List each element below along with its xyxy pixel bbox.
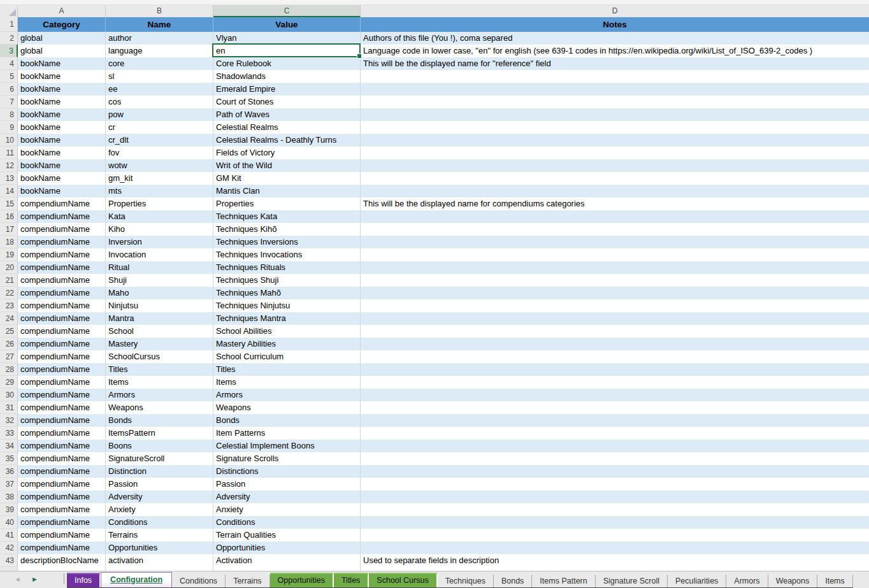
cell-B25[interactable]: School (106, 325, 213, 338)
row-header-7[interactable]: 7 (0, 96, 18, 108)
sheet-tab-signature-scroll[interactable]: Signature Scroll (596, 575, 668, 587)
cell-B7[interactable]: cos (106, 96, 213, 108)
tab-scroll-left-icon[interactable]: ◄ (14, 576, 21, 583)
cell-B31[interactable]: Weapons (106, 401, 213, 414)
sheet-tab-armors[interactable]: Armors (726, 575, 768, 587)
cell-D30[interactable] (361, 389, 869, 401)
header-cell-category[interactable]: Category (18, 17, 106, 32)
cell-B4[interactable]: core (106, 57, 213, 70)
cell-C10[interactable]: Celestial Realms - Deathly Turns (213, 134, 361, 147)
cell-D39[interactable] (361, 503, 869, 516)
cell-B17[interactable]: Kiho (106, 223, 213, 236)
cell-A22[interactable]: compendiumName (18, 287, 106, 299)
row-header-4[interactable]: 4 (0, 57, 18, 70)
cell-D37[interactable] (361, 478, 869, 491)
cell-A10[interactable]: bookName (18, 134, 106, 147)
cell-C2[interactable]: Vlyan (213, 32, 361, 45)
cell-A15[interactable]: compendiumName (18, 197, 106, 210)
row-header-41[interactable]: 41 (0, 529, 18, 541)
cell-D6[interactable] (361, 83, 869, 96)
cell-A40[interactable]: compendiumName (18, 516, 106, 529)
cell-B10[interactable]: cr_dlt (106, 134, 213, 147)
row-header-31[interactable]: 31 (0, 401, 18, 414)
cell-B11[interactable]: fov (106, 147, 213, 159)
cell-A6[interactable]: bookName (18, 83, 106, 96)
cell-B20[interactable]: Ritual (106, 261, 213, 274)
row-header-1[interactable]: 1 (0, 17, 18, 32)
row-header-37[interactable]: 37 (0, 478, 18, 491)
cell-C28[interactable]: Titles (213, 363, 361, 376)
cell-D41[interactable] (361, 529, 869, 541)
cell-D26[interactable] (361, 338, 869, 350)
cell-A2[interactable]: global (18, 32, 106, 45)
cell-D43[interactable]: Used to separate fields in description (361, 554, 869, 567)
cell-A38[interactable]: compendiumName (18, 491, 106, 503)
row-header-19[interactable]: 19 (0, 248, 18, 261)
cell-D4[interactable]: This will be the displayed name for "ref… (361, 57, 869, 70)
row-header-33[interactable]: 33 (0, 427, 18, 440)
cell-A26[interactable]: compendiumName (18, 338, 106, 350)
cell-A29[interactable]: compendiumName (18, 376, 106, 389)
cell-C25[interactable]: School Abilities (213, 325, 361, 338)
cell-C24[interactable]: Techniques Mantra (213, 312, 361, 325)
row-header-14[interactable]: 14 (0, 185, 18, 197)
row-header-30[interactable]: 30 (0, 389, 18, 401)
row-header-8[interactable]: 8 (0, 108, 18, 121)
cell-A19[interactable]: compendiumName (18, 248, 106, 261)
sheet-tab-items[interactable]: Items (817, 575, 853, 587)
sheet-tab-titles[interactable]: Titles (334, 573, 369, 587)
cell-D8[interactable] (361, 108, 869, 121)
cell-D7[interactable] (361, 96, 869, 108)
cell-D42[interactable] (361, 541, 869, 554)
cell-C35[interactable]: Signature Scrolls (213, 452, 361, 465)
cell-C12[interactable]: Writ of the Wild (213, 159, 361, 172)
cell-B32[interactable]: Bonds (106, 414, 213, 427)
cell-D38[interactable] (361, 491, 869, 503)
cell-D21[interactable] (361, 274, 869, 287)
cell-B42[interactable]: Opportunities (106, 541, 213, 554)
cell-A9[interactable]: bookName (18, 121, 106, 134)
cell-C6[interactable]: Emerald Empire (213, 83, 361, 96)
header-cell-notes[interactable]: Notes (361, 17, 869, 32)
cell-D36[interactable] (361, 465, 869, 478)
cell-B40[interactable]: Conditions (106, 516, 213, 529)
cell-B28[interactable]: Titles (106, 363, 213, 376)
cell-C38[interactable]: Adversity (213, 491, 361, 503)
cell-A30[interactable]: compendiumName (18, 389, 106, 401)
cell-D10[interactable] (361, 134, 869, 147)
cell-C34[interactable]: Celestial Implement Boons (213, 440, 361, 452)
row-header-9[interactable]: 9 (0, 121, 18, 134)
cell-B8[interactable]: pow (106, 108, 213, 121)
cell-B23[interactable]: Ninjutsu (106, 299, 213, 312)
cell-A42[interactable]: compendiumName (18, 541, 106, 554)
cell-B26[interactable]: Mastery (106, 338, 213, 350)
cell-A36[interactable]: compendiumName (18, 465, 106, 478)
cell-D9[interactable] (361, 121, 869, 134)
cell-D2[interactable]: Authors of this file (You !), coma separ… (361, 32, 869, 45)
cell-D25[interactable] (361, 325, 869, 338)
cell-B33[interactable]: ItemsPattern (106, 427, 213, 440)
cell-C43[interactable]: Activation (213, 554, 361, 567)
cell-C37[interactable]: Passion (213, 478, 361, 491)
cell-A17[interactable]: compendiumName (18, 223, 106, 236)
sheet-tab-school-cursus[interactable]: School Cursus (369, 573, 437, 587)
cell-D5[interactable] (361, 70, 869, 83)
cell-C36[interactable]: Distinctions (213, 465, 361, 478)
row-header-23[interactable]: 23 (0, 299, 18, 312)
row-header-43[interactable]: 43 (0, 554, 18, 567)
row-header-21[interactable]: 21 (0, 274, 18, 287)
sheet-tab-configuration[interactable]: Configuration (101, 572, 172, 587)
cell-A31[interactable]: compendiumName (18, 401, 106, 414)
cell-C7[interactable]: Court of Stones (213, 96, 361, 108)
cell-B19[interactable]: Invocation (106, 248, 213, 261)
cell-D32[interactable] (361, 414, 869, 427)
row-header-29[interactable]: 29 (0, 376, 18, 389)
row-header-39[interactable]: 39 (0, 503, 18, 516)
cell-D23[interactable] (361, 299, 869, 312)
cell-B3[interactable]: language (106, 45, 213, 57)
cell-B34[interactable]: Boons (106, 440, 213, 452)
cell-B39[interactable]: Anxiety (106, 503, 213, 516)
cell-C21[interactable]: Techniques Shuji (213, 274, 361, 287)
cell-C23[interactable]: Techniques Ninjutsu (213, 299, 361, 312)
sheet-tab-bonds[interactable]: Bonds (494, 575, 532, 587)
